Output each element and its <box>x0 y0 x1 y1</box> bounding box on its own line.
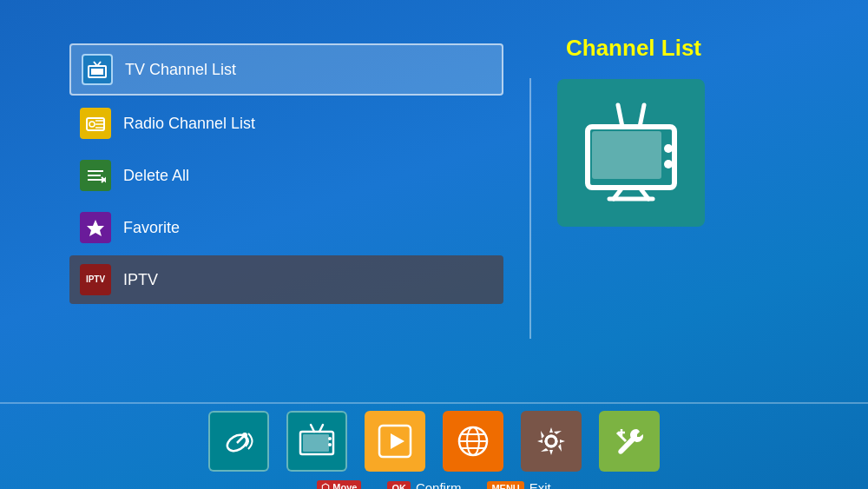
menu-label-tv-channel-list: TV Channel List <box>125 61 236 79</box>
section-title: Channel List <box>566 35 701 62</box>
svg-point-41 <box>546 436 556 446</box>
radio-channel-list-icon <box>80 108 111 139</box>
svg-line-15 <box>618 105 622 127</box>
svg-point-31 <box>328 437 332 440</box>
satellite-button[interactable] <box>208 411 269 472</box>
menu-label-iptv: IPTV <box>123 271 158 289</box>
delete-all-icon <box>80 160 111 191</box>
exit-control: MENU Exit <box>487 480 550 489</box>
bottom-bar: ⬡ Move OK Confirm MENU Exit <box>0 402 868 489</box>
favorite-icon <box>80 212 111 243</box>
bottom-icons-row <box>208 404 660 477</box>
svg-point-5 <box>89 122 95 127</box>
tools-button[interactable] <box>599 411 660 472</box>
confirm-control: OK Confirm <box>387 480 461 489</box>
menu-badge: MENU <box>487 481 523 490</box>
tv-button[interactable] <box>286 411 347 472</box>
preview-box <box>557 79 705 227</box>
svg-line-25 <box>237 436 244 443</box>
svg-rect-30 <box>303 434 329 452</box>
svg-line-16 <box>640 105 644 127</box>
menu-label-radio-channel-list: Radio Channel List <box>123 115 255 133</box>
svg-marker-34 <box>391 433 404 449</box>
controls-bar: ⬡ Move OK Confirm MENU Exit <box>317 477 551 489</box>
exit-label: Exit <box>529 480 551 489</box>
web-button[interactable] <box>443 411 503 472</box>
menu-label-favorite: Favorite <box>123 219 180 237</box>
tv-preview-icon <box>575 96 687 209</box>
section-divider <box>529 78 531 339</box>
svg-marker-14 <box>87 220 104 236</box>
media-button[interactable] <box>365 411 425 472</box>
menu-item-favorite[interactable]: Favorite <box>69 203 503 252</box>
menu-item-radio-channel-list[interactable]: Radio Channel List <box>69 99 503 148</box>
confirm-label: Confirm <box>416 480 462 489</box>
preview-section: Channel List <box>557 35 705 382</box>
menu-label-delete-all: Delete All <box>123 167 189 185</box>
svg-point-32 <box>328 443 332 446</box>
svg-point-20 <box>664 160 673 169</box>
settings-button[interactable] <box>521 411 582 472</box>
menu-item-tv-channel-list[interactable]: TV Channel List <box>69 43 503 96</box>
svg-rect-18 <box>592 131 661 179</box>
move-control: ⬡ Move <box>317 480 361 489</box>
tv-channel-list-icon <box>82 54 113 85</box>
svg-point-19 <box>664 144 673 153</box>
iptv-icon: IPTV <box>80 264 111 295</box>
main-menu: TV Channel List Radio Channel List <box>69 35 503 382</box>
ok-badge: OK <box>387 481 411 490</box>
menu-item-iptv[interactable]: IPTV IPTV <box>69 255 503 304</box>
menu-item-delete-all[interactable]: Delete All <box>69 151 503 200</box>
move-badge: ⬡ Move <box>317 480 361 489</box>
svg-rect-3 <box>91 69 103 75</box>
